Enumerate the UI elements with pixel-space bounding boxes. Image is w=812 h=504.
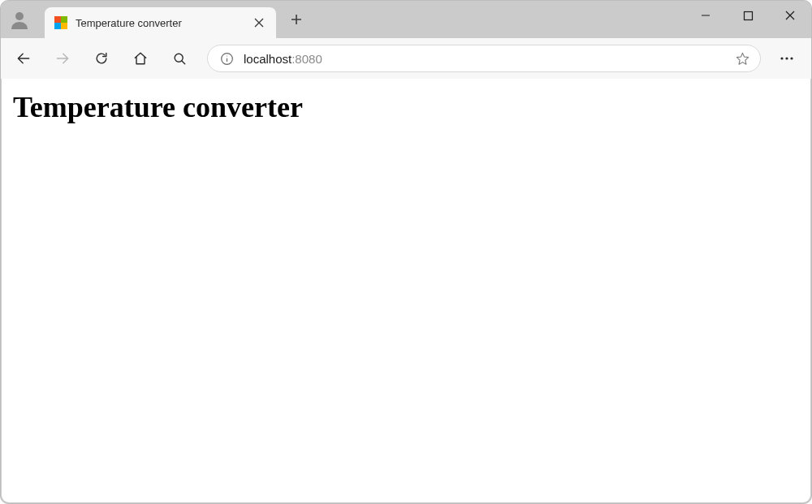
window-close-button[interactable] [769, 1, 811, 30]
page-viewport: Temperature converter [2, 79, 810, 502]
page-heading: Temperature converter [13, 90, 799, 124]
page-content: Temperature converter [2, 79, 810, 136]
site-info-button[interactable] [219, 51, 234, 66]
more-horizontal-icon [779, 50, 795, 67]
info-icon [220, 52, 234, 66]
new-tab-button[interactable] [283, 6, 310, 33]
minimize-icon [700, 10, 711, 21]
svg-point-0 [15, 12, 24, 20]
arrow-right-icon [54, 50, 71, 67]
svg-point-5 [226, 55, 227, 56]
tab-title: Temperature converter [76, 17, 240, 29]
favorite-button[interactable] [732, 49, 752, 68]
window-controls [685, 1, 811, 38]
maximize-icon [743, 11, 754, 21]
url-text: localhost:8080 [244, 52, 723, 66]
titlebar: Temperature converter [1, 1, 811, 38]
more-button[interactable] [771, 42, 803, 75]
reload-button[interactable] [84, 42, 119, 75]
favicon-microsoft-icon [54, 16, 67, 29]
toolbar: localhost:8080 [1, 38, 811, 79]
forward-button[interactable] [45, 42, 80, 75]
window-minimize-button[interactable] [685, 1, 727, 30]
address-bar[interactable]: localhost:8080 [207, 45, 761, 72]
svg-point-7 [785, 57, 788, 59]
url-port: :8080 [292, 52, 322, 66]
close-icon [254, 18, 264, 28]
profile-button[interactable] [1, 1, 38, 38]
arrow-left-icon [15, 50, 32, 67]
tab-close-button[interactable] [248, 12, 270, 33]
home-button[interactable] [123, 42, 158, 75]
back-button[interactable] [6, 42, 41, 75]
close-icon [784, 10, 796, 21]
profile-icon [10, 10, 29, 29]
plus-icon [291, 14, 302, 25]
window-maximize-button[interactable] [727, 1, 769, 30]
svg-point-6 [780, 57, 783, 59]
browser-window: Temperature converter [0, 0, 812, 504]
search-button[interactable] [162, 42, 197, 75]
reload-icon [93, 50, 110, 67]
home-icon [132, 50, 149, 67]
star-icon [735, 51, 750, 67]
svg-point-8 [790, 57, 793, 59]
svg-rect-1 [744, 11, 752, 19]
search-icon [171, 50, 188, 67]
browser-tab[interactable]: Temperature converter [45, 7, 276, 38]
url-host: localhost [244, 52, 292, 66]
